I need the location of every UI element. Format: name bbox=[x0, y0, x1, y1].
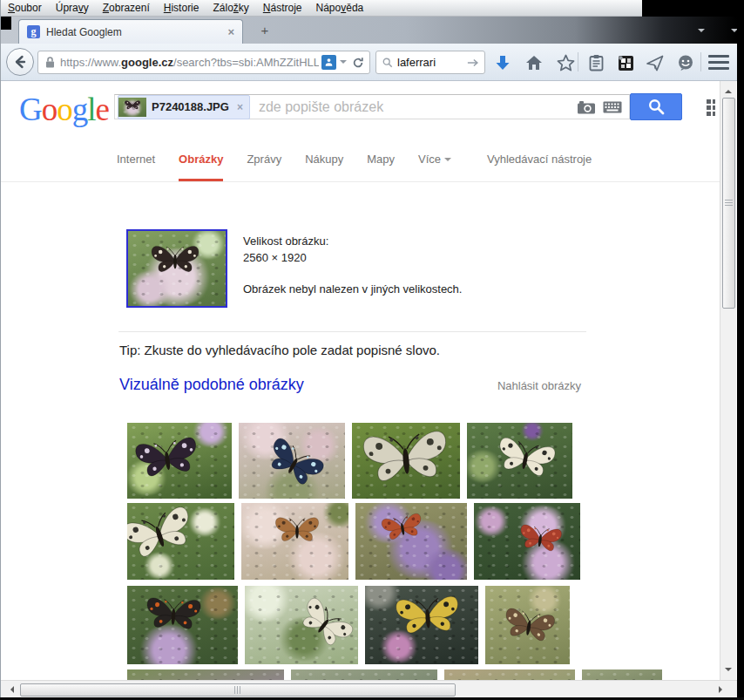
browser-tab[interactable]: g Hledat Googlem × bbox=[18, 19, 243, 44]
scroll-right-icon[interactable] bbox=[719, 686, 726, 693]
report-images-link[interactable]: Nahlásit obrázky bbox=[497, 379, 581, 392]
menu-item-zalozky[interactable]: Záložky bbox=[206, 1, 255, 15]
horizontal-scrollbar[interactable] bbox=[1, 680, 738, 697]
url-path: /search?tbs=sbi:AMhZZitHLLF bbox=[173, 56, 319, 69]
similar-image-partial-1[interactable] bbox=[127, 669, 284, 680]
butterfly-illustration bbox=[499, 602, 560, 651]
navigation-toolbar: https://www.google.cz/search?tbs=sbi:AMh… bbox=[1, 44, 737, 81]
addon-grid-icon bbox=[618, 55, 634, 71]
feedback-smiley-icon bbox=[677, 54, 694, 71]
nav-item-nakupy[interactable]: Nákupy bbox=[305, 137, 343, 181]
similar-image-paper-kite-pair[interactable] bbox=[127, 503, 234, 580]
downloads-button[interactable] bbox=[492, 52, 513, 73]
similar-image-partial-2[interactable] bbox=[291, 669, 437, 680]
horizontal-scrollbar-thumb[interactable] bbox=[20, 683, 456, 697]
scroll-down-icon[interactable] bbox=[725, 668, 732, 675]
nav-label: Zprávy bbox=[247, 153, 281, 166]
google-favicon-icon: g bbox=[27, 25, 40, 38]
apps-grid-icon[interactable] bbox=[707, 99, 715, 116]
similar-image-peacock-on-pink-spike[interactable] bbox=[474, 503, 580, 580]
menu-item-napoveda[interactable]: Nápověda bbox=[309, 1, 371, 15]
send-button[interactable] bbox=[645, 52, 666, 73]
back-icon bbox=[12, 54, 28, 70]
image-size-value: 2560 × 1920 bbox=[243, 249, 462, 266]
nav-item-vyhledavaci-nastroje[interactable]: Vyhledávací nástroje bbox=[487, 137, 592, 181]
menu-item-soubor[interactable]: Soubor bbox=[1, 1, 49, 15]
nav-label: Mapy bbox=[367, 153, 395, 166]
butterfly-illustration bbox=[123, 98, 142, 113]
similar-image-buckeye-butterfly[interactable] bbox=[241, 503, 348, 580]
browser-search-field[interactable]: laferrari bbox=[375, 51, 485, 74]
browser-search-value[interactable]: laferrari bbox=[397, 56, 467, 69]
tab-close-icon[interactable]: × bbox=[220, 25, 242, 38]
feedback-button[interactable] bbox=[675, 52, 696, 73]
similar-image-partial-3[interactable] bbox=[444, 669, 575, 680]
nav-item-obrazky[interactable]: Obrázky bbox=[179, 137, 223, 181]
similar-image-blue-tiger-butterfly[interactable] bbox=[239, 423, 345, 499]
grid-row bbox=[127, 423, 572, 499]
butterfly-illustration bbox=[514, 520, 565, 561]
menu-item-historie[interactable]: Historie bbox=[157, 1, 206, 15]
similar-image-cracker-butterfly[interactable] bbox=[352, 423, 460, 499]
chip-close-icon[interactable]: × bbox=[234, 101, 246, 113]
keyboard-icon[interactable] bbox=[603, 101, 622, 113]
tab-overflow-icon[interactable] bbox=[698, 29, 705, 36]
similar-image-paper-kite-side[interactable] bbox=[245, 586, 358, 664]
query-filename: P7240188.JPG bbox=[152, 100, 229, 113]
butterfly-illustration bbox=[129, 429, 204, 489]
menu-button[interactable] bbox=[708, 55, 729, 70]
not-found-text: Obrázek nebyl nalezen v jiných velikoste… bbox=[243, 281, 462, 297]
vertical-scrollbar[interactable] bbox=[720, 81, 736, 680]
desktop-gap bbox=[1, 17, 11, 30]
nav-label: Nákupy bbox=[305, 153, 343, 166]
image-search-box[interactable]: P7240188.JPG × zde popište obrázek bbox=[114, 94, 630, 119]
menu-item-zobrazeni[interactable]: Zobrazení bbox=[96, 1, 157, 15]
similar-image-peacock-on-buddleia[interactable] bbox=[355, 503, 467, 580]
similar-images-heading[interactable]: Vizuálně podobné obrázky bbox=[119, 376, 304, 394]
nav-item-zpravy[interactable]: Zprávy bbox=[247, 137, 281, 181]
similar-image-tiger-swallowtail[interactable] bbox=[365, 586, 478, 664]
go-icon[interactable] bbox=[467, 58, 479, 68]
dropdown-icon[interactable] bbox=[340, 60, 347, 67]
search-button[interactable] bbox=[630, 93, 682, 120]
camera-icon[interactable] bbox=[577, 100, 596, 114]
home-button[interactable] bbox=[524, 52, 544, 73]
similar-image-paper-kite-butterfly[interactable] bbox=[467, 423, 572, 499]
identity-icon[interactable] bbox=[321, 55, 336, 70]
nav-item-vice[interactable]: Více bbox=[418, 137, 451, 181]
url-bar[interactable]: https://www.google.cz/search?tbs=sbi:AMh… bbox=[37, 51, 370, 74]
similar-image-red-admiral[interactable] bbox=[127, 586, 238, 664]
menu-item-upravy[interactable]: Úpravy bbox=[49, 1, 96, 15]
addon-grid-button[interactable] bbox=[615, 52, 636, 73]
butterfly-illustration bbox=[389, 587, 465, 649]
page-content: Google P7240188.JPG × zde popište obráze… bbox=[1, 81, 720, 680]
new-tab-button[interactable]: + bbox=[254, 24, 276, 38]
menu-bar: SouborÚpravyZobrazeníHistorieZáložkyNást… bbox=[1, 0, 737, 17]
nav-label: Více bbox=[418, 153, 441, 166]
butterfly-illustration bbox=[490, 432, 560, 487]
nav-item-mapy[interactable]: Mapy bbox=[367, 137, 395, 181]
scroll-up-icon[interactable] bbox=[725, 86, 732, 93]
url-text[interactable]: https://www.google.cz/search?tbs=sbi:AMh… bbox=[60, 56, 319, 69]
menu-item-nastroje[interactable]: Nástroje bbox=[256, 1, 309, 15]
tab-title: Hledat Googlem bbox=[46, 26, 220, 38]
logo-letter: o bbox=[42, 92, 57, 127]
query-image-chip[interactable]: P7240188.JPG × bbox=[118, 95, 250, 119]
back-button[interactable] bbox=[6, 48, 34, 76]
query-result-thumbnail[interactable] bbox=[126, 229, 227, 308]
similar-image-dark-spotted-butterflies[interactable] bbox=[127, 423, 232, 499]
similar-image-partial-4[interactable] bbox=[582, 669, 662, 680]
send-icon bbox=[646, 55, 664, 71]
scroll-left-icon[interactable] bbox=[7, 686, 14, 693]
nav-label: Vyhledávací nástroje bbox=[487, 153, 592, 166]
clipboard-button[interactable] bbox=[585, 52, 606, 73]
desktop-edge bbox=[737, 0, 744, 700]
google-logo[interactable]: Google bbox=[19, 91, 109, 128]
reload-icon[interactable] bbox=[352, 57, 364, 69]
bookmark-star-button[interactable] bbox=[555, 52, 576, 73]
nav-item-internet[interactable]: Internet bbox=[117, 137, 155, 181]
similar-image-speckled-wood[interactable] bbox=[485, 586, 570, 664]
vertical-scrollbar-thumb[interactable] bbox=[722, 98, 735, 309]
search-placeholder[interactable]: zde popište obrázek bbox=[259, 99, 577, 115]
browser-window: SouborÚpravyZobrazeníHistorieZáložkyNást… bbox=[0, 0, 737, 697]
